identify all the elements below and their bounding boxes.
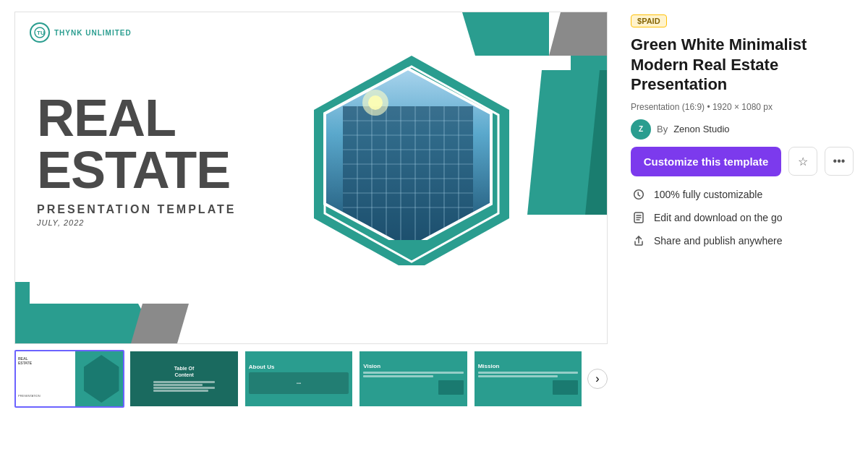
thumbnail-3[interactable]: About Us ▪▪▪ — [244, 350, 354, 408]
thumbnails-next-button[interactable]: › — [587, 369, 608, 389]
svg-point-23 — [368, 95, 383, 110]
thumbnail-4[interactable]: Vision — [358, 350, 468, 408]
slide-subtitle: PRESENTATION TEMPLATE — [37, 203, 236, 216]
hexagon-container — [289, 41, 535, 287]
svg-text:TU: TU — [37, 30, 45, 36]
feature-download: Edit and download on the go — [631, 210, 854, 226]
author-row: Z By Zenon Studio — [631, 119, 854, 140]
customize-button[interactable]: Customize this template — [631, 147, 781, 176]
author-initials: Z — [639, 125, 643, 133]
ellipsis-icon: ••• — [833, 155, 846, 168]
author-name: Zenon Studio — [673, 124, 729, 134]
slide-main-text: REAL ESTATE PRESENTATION TEMPLATE JULY, … — [37, 92, 236, 227]
star-icon: ☆ — [798, 155, 808, 168]
slide-title-line1: REAL ESTATE — [37, 92, 236, 196]
template-meta: Presentation (16:9) • 1920 × 1080 px — [631, 102, 854, 112]
logo-icon: TU — [30, 22, 50, 43]
features-list: 100% fully customizable Edit and downloa… — [631, 187, 854, 249]
feature-customizable: 100% fully customizable — [631, 187, 854, 202]
slide-date: JULY, 2022 — [37, 218, 236, 227]
slide-logo: TU THYNK UNLIMITED — [30, 22, 132, 43]
logo-text: THYNK UNLIMITED — [54, 29, 132, 37]
template-title: Green White Minimalist Modern Real Estat… — [631, 35, 854, 95]
preview-section: TU THYNK UNLIMITED REAL ESTATE PRESENTAT… — [14, 12, 608, 447]
share-icon — [631, 233, 647, 249]
deco-shape-top-gray — [549, 12, 607, 56]
thumbnail-5[interactable]: Mission — [473, 350, 583, 408]
thumbnails-section: REALESTATE PRESENTATION Table OfContent — [14, 344, 608, 408]
slide-background: TU THYNK UNLIMITED REAL ESTATE PRESENTAT… — [15, 12, 607, 343]
thumbnail-1[interactable]: REALESTATE PRESENTATION — [14, 350, 124, 408]
chevron-right-icon: › — [595, 372, 599, 385]
download-icon — [631, 210, 647, 226]
slide-preview[interactable]: TU THYNK UNLIMITED REAL ESTATE PRESENTAT… — [14, 12, 608, 344]
author-prefix: By — [657, 124, 668, 134]
main-content: TU THYNK UNLIMITED REAL ESTATE PRESENTAT… — [0, 0, 868, 454]
svg-rect-6 — [343, 106, 473, 240]
thumbnail-2[interactable]: Table OfContent — [129, 350, 239, 408]
action-row: Customize this template ☆ ••• — [631, 147, 854, 176]
deco-shape-bottom-small — [15, 282, 30, 304]
feature-share-text: Share and publish anywhere — [654, 235, 782, 247]
more-options-button[interactable]: ••• — [825, 147, 854, 176]
feature-download-text: Edit and download on the go — [654, 212, 782, 223]
customizable-icon — [631, 187, 647, 202]
building-hex-clip — [314, 63, 502, 240]
bookmark-button[interactable]: ☆ — [788, 147, 817, 176]
paid-badge: PAID — [631, 14, 667, 27]
feature-customizable-text: 100% fully customizable — [654, 189, 762, 200]
feature-share: Share and publish anywhere — [631, 233, 854, 249]
author-avatar: Z — [631, 119, 651, 140]
info-panel: PAID Green White Minimalist Modern Real … — [625, 12, 854, 447]
